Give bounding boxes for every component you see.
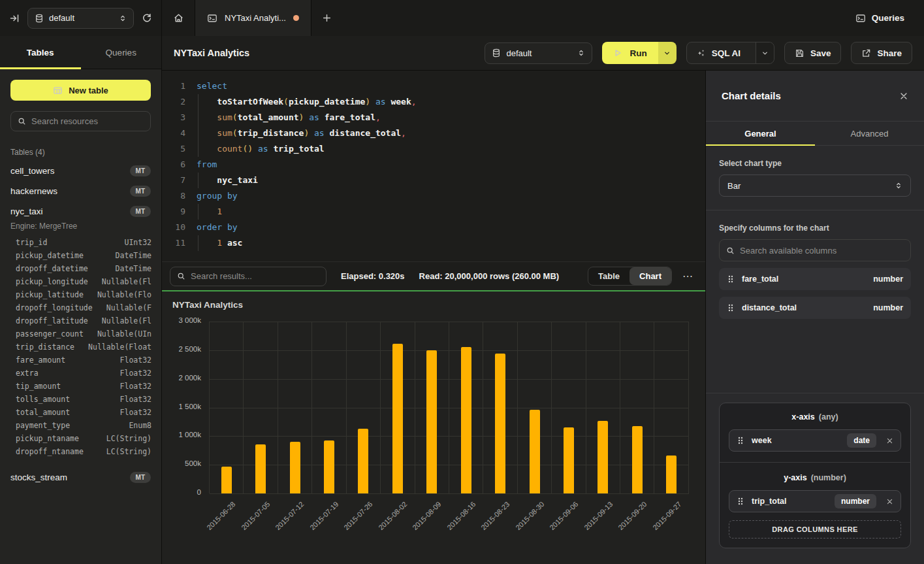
code-line: 8group by <box>162 188 705 204</box>
bar-2015-08-30 <box>530 410 540 493</box>
code-line: 3 sum(total_amount) as fare_total, <box>162 110 705 125</box>
unsaved-dot-icon <box>293 15 299 21</box>
drag-handle-icon[interactable] <box>727 303 735 312</box>
y-axis-hint: (number) <box>811 473 846 482</box>
new-tab-icon[interactable] <box>311 0 343 36</box>
run-button[interactable]: Run <box>602 42 676 64</box>
sidebar-search[interactable] <box>10 111 151 131</box>
column-row: pickup_longitudeNullable(Fl <box>0 275 161 288</box>
more-options-icon[interactable]: ⋯ <box>678 270 697 282</box>
x-axis-heading: x-axis(any) <box>729 412 901 422</box>
column-type: Nullable(Flo <box>97 288 151 301</box>
refresh-icon[interactable] <box>142 13 152 24</box>
x-axis-column-name: week <box>752 436 772 445</box>
panel-tab-advanced-label: Advanced <box>851 129 889 139</box>
code-line: 6from <box>162 157 705 173</box>
results-search[interactable] <box>170 267 327 286</box>
x-axis-column-chip[interactable]: week date <box>729 429 901 452</box>
sql-ai-button[interactable]: SQL AI <box>686 42 774 64</box>
line-number: 9 <box>170 204 185 220</box>
indent-guide <box>198 110 199 125</box>
page-title: NYTaxi Analytics <box>174 48 249 58</box>
view-toggle: Table Chart <box>588 267 672 286</box>
available-column-distance_total[interactable]: distance_totalnumber <box>719 297 911 319</box>
tables-list: cell_towersMThackernewsMTnyc_taxiMTEngin… <box>0 161 161 488</box>
panel-tab-advanced[interactable]: Advanced <box>815 122 924 145</box>
results-view-controls: Table Chart ⋯ <box>588 267 697 286</box>
home-icon[interactable] <box>162 0 195 36</box>
code-text: sum(total_amount) as fare_total, <box>197 110 381 125</box>
line-number: 2 <box>170 94 185 110</box>
drag-handle-icon[interactable] <box>737 497 744 506</box>
code-text: sum(trip_distance) as distance_total, <box>197 125 406 141</box>
y-axis-label: y-axis <box>784 473 806 482</box>
queries-button[interactable]: Queries <box>855 0 924 36</box>
sidebar-tabs: Tables Queries <box>0 36 161 69</box>
sidebar-tab-queries[interactable]: Queries <box>81 36 162 69</box>
sidebar-tab-tables[interactable]: Tables <box>0 36 81 69</box>
chart-cell <box>415 322 449 493</box>
drag-handle-icon[interactable] <box>727 274 735 284</box>
column-name: payment_type <box>16 419 70 432</box>
run-options-chevron-icon[interactable] <box>658 42 677 64</box>
column-type: UInt32 <box>124 236 151 249</box>
column-type: Float32 <box>120 406 151 419</box>
queries-console-icon <box>855 13 866 24</box>
close-icon[interactable] <box>899 91 908 101</box>
x-axis-label: x-axis <box>791 412 814 422</box>
remove-x-column-icon[interactable] <box>886 437 893 444</box>
results-search-input[interactable] <box>191 271 319 281</box>
remove-y-column-icon[interactable] <box>886 498 893 505</box>
axis-assignment-card: x-axis(any) week date <box>719 403 911 548</box>
search-icon <box>18 117 26 125</box>
axis-separator <box>720 462 910 463</box>
sidebar-tab-queries-label: Queries <box>106 48 136 58</box>
sidebar-search-input[interactable] <box>31 116 144 126</box>
database-selector[interactable]: default <box>27 8 134 29</box>
table-row-nyc_taxi[interactable]: nyc_taxiMT <box>0 201 161 222</box>
code-line: 10order by <box>162 220 705 235</box>
table-row-hackernews[interactable]: hackernewsMT <box>0 181 161 201</box>
save-label: Save <box>810 48 831 58</box>
chart-cell <box>654 322 688 493</box>
share-button[interactable]: Share <box>851 42 912 64</box>
code-line: 2 toStartOfWeek(pickup_datetime) as week… <box>162 94 705 110</box>
save-button[interactable]: Save <box>784 42 842 64</box>
chart-type-select[interactable]: Bar <box>719 174 911 197</box>
column-type: Nullable(Fl <box>102 314 151 327</box>
available-column-fare_total[interactable]: fare_totalnumber <box>719 268 911 290</box>
column-type: LC(String) <box>106 432 151 445</box>
sql-editor[interactable]: 1select2 toStartOfWeek(pickup_datetime) … <box>162 71 705 261</box>
view-toggle-chart[interactable]: Chart <box>629 267 671 285</box>
new-table-button[interactable]: New table <box>10 80 151 101</box>
workspace: 1select2 toStartOfWeek(pickup_datetime) … <box>162 71 924 564</box>
bar-2015-06-28 <box>221 467 232 493</box>
chart-cell <box>620 322 654 493</box>
chart-cell <box>312 322 346 493</box>
column-row: trip_distanceNullable(Float <box>0 340 161 354</box>
collapse-sidebar-icon[interactable] <box>9 13 20 24</box>
drag-handle-icon[interactable] <box>737 436 744 445</box>
read-stat: Read: 20,000,000 rows (260.00 MB) <box>419 271 560 281</box>
columns-label: Specify columns for the chart <box>719 224 911 233</box>
y-axis-column-chip[interactable]: trip_total number <box>729 490 901 512</box>
tab-nytaxi-analytics[interactable]: NYTaxi Analyti... <box>195 0 311 36</box>
x-tick-label: 2015-07-19 <box>308 500 340 531</box>
panel-tab-general[interactable]: General <box>706 122 815 145</box>
code-line: 5 count() as trip_total <box>162 141 705 157</box>
table-row-cell_towers[interactable]: cell_towersMT <box>0 161 161 181</box>
drag-columns-dropzone[interactable]: DRAG COLUMNS HERE <box>729 520 901 539</box>
sql-ai-chevron-icon[interactable] <box>756 42 774 63</box>
column-type: Float32 <box>120 367 151 380</box>
columns-search[interactable] <box>719 239 911 261</box>
table-row-stocks_stream[interactable]: stocks_streamMT <box>0 467 161 488</box>
available-column-name: fare_total <box>742 274 778 284</box>
line-number: 8 <box>170 188 185 204</box>
sql-ai-label: SQL AI <box>712 48 741 58</box>
x-tick-label: 2015-07-26 <box>342 500 374 531</box>
column-row: pickup_datetimeDateTime <box>0 249 161 262</box>
view-toggle-table[interactable]: Table <box>588 267 629 285</box>
toolbar-database-selector[interactable]: default <box>485 42 592 64</box>
chart-title: NYTaxi Analytics <box>172 300 243 310</box>
columns-search-input[interactable] <box>740 246 904 256</box>
